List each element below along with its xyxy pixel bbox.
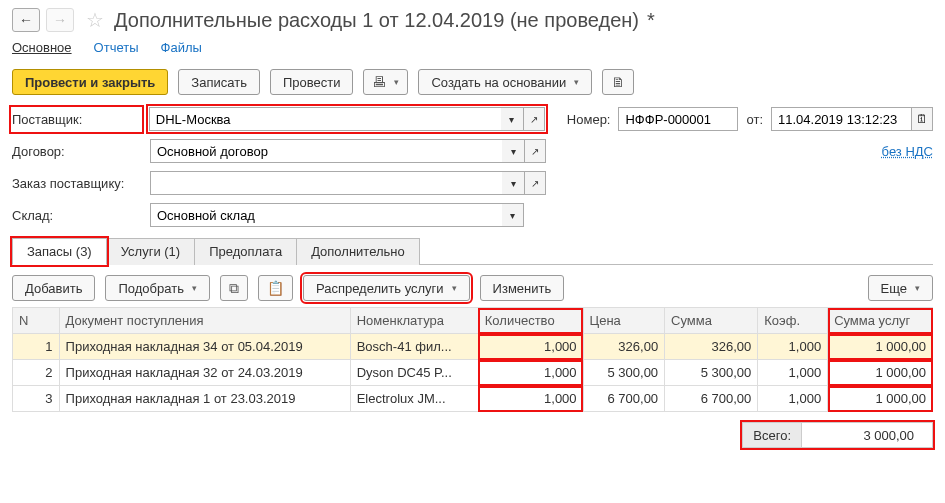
order-label: Заказ поставщику:	[12, 176, 142, 191]
supplier-input[interactable]	[149, 107, 501, 131]
contract-open-button[interactable]: ↗	[524, 139, 546, 163]
modified-indicator: *	[647, 9, 655, 32]
nav-forward-button: →	[46, 8, 74, 32]
number-input[interactable]	[618, 107, 738, 131]
copy-icon: ⧉	[229, 280, 239, 297]
order-input[interactable]	[150, 171, 502, 195]
warehouse-label: Склад:	[12, 208, 142, 223]
section-main[interactable]: Основное	[12, 40, 72, 55]
post-and-close-button[interactable]: Провести и закрыть	[12, 69, 168, 95]
col-sum[interactable]: Сумма	[665, 308, 758, 334]
warehouse-input[interactable]	[150, 203, 502, 227]
more-button[interactable]: Еще▾	[868, 275, 933, 301]
date-picker-button[interactable]: 🗓	[911, 107, 933, 131]
document-icon: 🗎	[611, 74, 625, 90]
from-label: от:	[746, 112, 763, 127]
edit-button[interactable]: Изменить	[480, 275, 565, 301]
section-files[interactable]: Файлы	[161, 40, 202, 55]
inventory-table[interactable]: N Документ поступления Номенклатура Коли…	[12, 307, 933, 412]
calendar-icon: 🗓	[916, 112, 928, 126]
number-label: Номер:	[567, 112, 611, 127]
report-button[interactable]: 🗎	[602, 69, 634, 95]
contract-input[interactable]	[150, 139, 502, 163]
date-input[interactable]	[771, 107, 911, 131]
tab-inventory[interactable]: Запасы (3)	[12, 238, 107, 265]
printer-icon: 🖶	[372, 74, 386, 90]
supplier-dropdown-button[interactable]: ▾	[501, 107, 523, 131]
tab-services[interactable]: Услуги (1)	[106, 238, 195, 265]
total-label: Всего:	[743, 423, 802, 447]
section-reports[interactable]: Отчеты	[94, 40, 139, 55]
col-coef[interactable]: Коэф.	[758, 308, 828, 334]
copy-button[interactable]: ⧉	[220, 275, 248, 301]
col-serv-sum[interactable]: Сумма услуг	[828, 308, 933, 334]
supplier-label: Поставщик:	[12, 108, 141, 131]
col-price[interactable]: Цена	[583, 308, 665, 334]
total-box: Всего: 3 000,00	[742, 422, 933, 448]
col-doc[interactable]: Документ поступления	[59, 308, 350, 334]
table-row[interactable]: 1Приходная накладная 34 от 05.04.2019Bos…	[13, 334, 933, 360]
table-row[interactable]: 3Приходная накладная 1 от 23.03.2019Elec…	[13, 386, 933, 412]
contract-dropdown-button[interactable]: ▾	[502, 139, 524, 163]
distribute-services-button[interactable]: Распределить услуги▾	[303, 275, 470, 301]
col-nom[interactable]: Номенклатура	[350, 308, 478, 334]
order-dropdown-button[interactable]: ▾	[502, 171, 524, 195]
table-row[interactable]: 2Приходная накладная 32 от 24.03.2019Dys…	[13, 360, 933, 386]
contract-label: Договор:	[12, 144, 142, 159]
nav-back-button[interactable]: ←	[12, 8, 40, 32]
save-button[interactable]: Записать	[178, 69, 260, 95]
paste-icon: 📋	[267, 280, 284, 296]
order-open-button[interactable]: ↗	[524, 171, 546, 195]
tab-prepay[interactable]: Предоплата	[194, 238, 297, 265]
paste-button[interactable]: 📋	[258, 275, 293, 301]
total-value: 3 000,00	[802, 428, 932, 443]
create-based-on-button[interactable]: Создать на основании▾	[418, 69, 592, 95]
pick-button[interactable]: Подобрать▾	[105, 275, 209, 301]
col-n[interactable]: N	[13, 308, 60, 334]
col-qty[interactable]: Количество	[478, 308, 583, 334]
favorite-icon[interactable]: ☆	[86, 8, 104, 32]
print-button[interactable]: 🖶▾	[363, 69, 408, 95]
vat-link[interactable]: без НДС	[882, 144, 933, 159]
supplier-open-button[interactable]: ↗	[523, 107, 545, 131]
warehouse-dropdown-button[interactable]: ▾	[502, 203, 524, 227]
page-title: Дополнительные расходы 1 от 12.04.2019 (…	[114, 9, 639, 32]
add-row-button[interactable]: Добавить	[12, 275, 95, 301]
post-button[interactable]: Провести	[270, 69, 354, 95]
tab-extra[interactable]: Дополнительно	[296, 238, 420, 265]
